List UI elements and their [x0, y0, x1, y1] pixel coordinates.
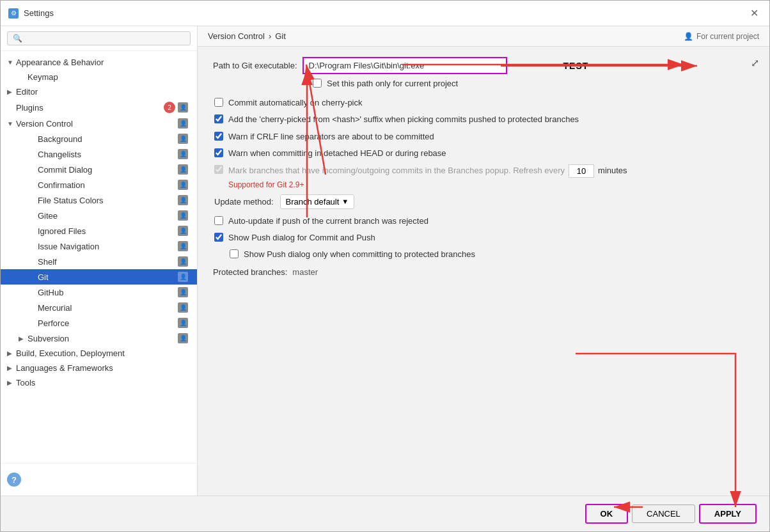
- dropdown-arrow-icon: ▼: [342, 198, 349, 205]
- sidebar-item-commit-dialog[interactable]: Commit Dialog 👤: [1, 162, 197, 177]
- sidebar-item-label: Subversion: [28, 334, 178, 343]
- expand-arrow-icon: ▶: [19, 335, 28, 342]
- update-method-row: Update method: Branch default ▼: [213, 194, 754, 209]
- close-button[interactable]: ✕: [746, 6, 762, 21]
- sidebar-item-label: Languages & Frameworks: [16, 363, 191, 373]
- sidebar-item-plugins[interactable]: Plugins 2 👤: [1, 99, 197, 116]
- sidebar-item-label: Mercurial: [38, 303, 178, 313]
- ok-button[interactable]: OK: [585, 504, 629, 524]
- checkbox-row-push-dialog: Show Push dialog for Commit and Push: [213, 232, 754, 244]
- update-method-dropdown[interactable]: Branch default ▼: [280, 194, 355, 209]
- checkbox-crlf[interactable]: [214, 132, 223, 141]
- sidebar-bottom: ?: [1, 463, 197, 496]
- checkbox-detached[interactable]: [214, 148, 223, 157]
- checkbox-row-auto-update: Auto-update if push of the current branc…: [213, 215, 754, 227]
- sidebar-item-appearance[interactable]: ▼ Appearance & Behavior: [1, 55, 197, 70]
- sidebar-item-tools[interactable]: ▶ Tools: [1, 375, 197, 390]
- sidebar-item-label: Shelf: [38, 257, 178, 267]
- checkbox-auto-update[interactable]: [214, 216, 223, 225]
- minutes-label: minutes: [598, 165, 627, 176]
- sidebar-item-git[interactable]: Git 👤: [1, 269, 197, 285]
- sidebar-item-label: GitHub: [38, 288, 178, 297]
- sidebar-item-issue-navigation[interactable]: Issue Navigation 👤: [1, 239, 197, 254]
- sidebar-item-version-control[interactable]: ▼ Version Control 👤: [1, 116, 197, 131]
- apply-button[interactable]: APPLY: [699, 504, 757, 524]
- checkbox-current-project[interactable]: [313, 79, 322, 88]
- checkbox-push-dialog[interactable]: [214, 233, 223, 242]
- expand-arrow-icon: ▼: [7, 120, 16, 127]
- sidebar-item-subversion[interactable]: ▶ Subversion 👤: [1, 331, 197, 346]
- sidebar-item-gitee[interactable]: Gitee 👤: [1, 208, 197, 223]
- git-path-input[interactable]: [302, 57, 507, 74]
- protected-branches-row: Protected branches: master: [213, 267, 754, 277]
- sidebar-item-ignored-files[interactable]: Ignored Files 👤: [1, 223, 197, 239]
- protected-branches-label: Protected branches:: [213, 267, 287, 277]
- sidebar-item-shelf[interactable]: Shelf 👤: [1, 254, 197, 269]
- sidebar-item-icon: 👤: [178, 226, 188, 236]
- search-input[interactable]: [26, 34, 185, 43]
- sidebar-item-icon: 👤: [178, 210, 188, 221]
- title-bar: ⚙ Settings ✕: [1, 1, 769, 26]
- git-path-row: Path to Git executable: TEST: [213, 57, 754, 74]
- sidebar-item-icon: 👤: [178, 318, 188, 328]
- breadcrumb: Version Control › Git: [208, 31, 286, 41]
- update-method-value: Branch default: [286, 197, 340, 207]
- sidebar-item-background[interactable]: Background 👤: [1, 131, 197, 146]
- checkbox-row-crlf: Warn if CRLF line separators are about t…: [213, 131, 754, 143]
- sidebar-item-languages[interactable]: ▶ Languages & Frameworks: [1, 361, 197, 375]
- sidebar-item-changelists[interactable]: Changelists 👤: [1, 146, 197, 162]
- checkbox-row-current-project: Set this path only for current project: [311, 78, 754, 90]
- sidebar-item-icon: 👤: [178, 195, 188, 205]
- sidebar-item-label: Gitee: [38, 211, 178, 221]
- cancel-button[interactable]: CANCEL: [632, 505, 695, 523]
- sidebar-item-label: Background: [38, 134, 178, 144]
- settings-dialog: ⚙ Settings ✕ 🔍 ▼ Appearance & Behavior: [0, 0, 770, 532]
- sidebar-item-label: Appearance & Behavior: [16, 58, 191, 67]
- update-method-label: Update method:: [214, 197, 274, 207]
- sidebar-item-label: Git: [38, 272, 178, 282]
- expand-arrow-icon: ▶: [7, 350, 16, 357]
- checkbox-cherry-suffix[interactable]: [214, 114, 223, 123]
- help-icon[interactable]: ?: [7, 473, 21, 487]
- breadcrumb-bar: Version Control › Git 👤 For current proj…: [198, 26, 769, 47]
- checkbox-label-cherry-suffix: Add the 'cherry-picked from <hash>' suff…: [228, 114, 579, 125]
- checkbox-label-mark-branches: Mark branches that have incoming/outgoin…: [228, 165, 565, 176]
- breadcrumb-part-2: Git: [275, 31, 286, 41]
- test-button[interactable]: TEST: [563, 58, 589, 74]
- sidebar-item-icon: 👤: [178, 256, 188, 267]
- sidebar-item-label: Keymap: [28, 72, 191, 82]
- sidebar-tree: ▼ Appearance & Behavior Keymap ▶ Editor …: [1, 51, 197, 463]
- minutes-input[interactable]: [569, 164, 594, 178]
- checkbox-mark-branches[interactable]: [214, 165, 223, 174]
- checkbox-commit-auto[interactable]: [214, 98, 223, 107]
- sidebar-item-icon: 👤: [178, 102, 188, 113]
- checkbox-label-commit-auto: Commit automatically on cherry-pick: [228, 97, 363, 109]
- project-icon: 👤: [684, 32, 693, 41]
- sidebar-item-keymap[interactable]: Keymap: [1, 70, 197, 84]
- sidebar-item-label: Perforce: [38, 318, 178, 328]
- checkbox-label-detached: Warn when committing in detached HEAD or…: [228, 148, 446, 159]
- checkbox-row-commit-auto: Commit automatically on cherry-pick: [213, 97, 754, 109]
- search-wrap[interactable]: 🔍: [7, 31, 191, 45]
- sidebar-item-icon: 👤: [178, 302, 188, 313]
- sidebar-item-github[interactable]: GitHub 👤: [1, 285, 197, 300]
- sidebar-item-perforce[interactable]: Perforce 👤: [1, 315, 197, 331]
- sidebar-item-file-status-colors[interactable]: File Status Colors 👤: [1, 192, 197, 208]
- checkbox-push-protected[interactable]: [230, 249, 239, 258]
- sidebar-item-label: Changelists: [38, 150, 178, 159]
- sidebar-item-icon: 👤: [178, 180, 188, 190]
- project-label: For current project: [696, 32, 759, 41]
- sidebar-item-mercurial[interactable]: Mercurial 👤: [1, 300, 197, 315]
- sidebar-item-label: Version Control: [16, 119, 178, 129]
- expand-icon[interactable]: ⤢: [751, 57, 759, 69]
- breadcrumb-project: 👤 For current project: [684, 32, 759, 41]
- sidebar-item-confirmation[interactable]: Confirmation 👤: [1, 177, 197, 192]
- sidebar-item-label: Tools: [16, 378, 191, 387]
- expand-arrow-icon: ▶: [7, 379, 16, 386]
- checkbox-label-crlf: Warn if CRLF line separators are about t…: [228, 131, 434, 143]
- sidebar-item-editor[interactable]: ▶ Editor: [1, 84, 197, 99]
- title-bar-left: ⚙ Settings: [8, 8, 54, 19]
- app-icon: ⚙: [8, 8, 19, 19]
- sidebar-item-label: Editor: [16, 87, 191, 97]
- sidebar-item-build[interactable]: ▶ Build, Execution, Deployment: [1, 346, 197, 361]
